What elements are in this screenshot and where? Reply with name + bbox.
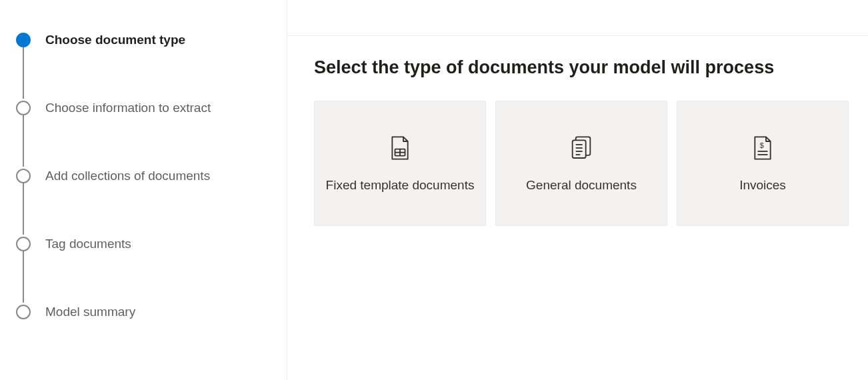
wizard-steps-sidebar: Choose document type Choose information … xyxy=(0,0,287,380)
document-type-cards: Fixed template documents General documen… xyxy=(314,101,849,226)
wizard-steps-list: Choose document type Choose information … xyxy=(16,32,271,320)
page-title: Select the type of documents your model … xyxy=(314,57,849,78)
step-label: Add collections of documents xyxy=(45,169,210,183)
step-indicator-icon xyxy=(16,101,31,115)
card-fixed-template-documents[interactable]: Fixed template documents xyxy=(314,101,486,226)
step-choose-document-type[interactable]: Choose document type xyxy=(16,32,271,48)
card-label: Fixed template documents xyxy=(326,176,475,195)
general-doc-icon xyxy=(565,132,597,164)
fixed-template-doc-icon xyxy=(384,132,416,164)
step-connector xyxy=(23,115,24,167)
step-label: Tag documents xyxy=(45,237,131,251)
card-invoices[interactable]: $ Invoices xyxy=(677,101,849,226)
svg-rect-3 xyxy=(573,140,586,158)
step-indicator-icon xyxy=(16,305,31,319)
step-connector xyxy=(23,183,24,235)
step-connector xyxy=(23,47,24,99)
step-indicator-icon xyxy=(16,237,31,251)
step-tag-documents[interactable]: Tag documents xyxy=(16,236,271,252)
main-content: Select the type of documents your model … xyxy=(287,36,868,247)
step-indicator-icon xyxy=(16,33,31,47)
card-general-documents[interactable]: General documents xyxy=(495,101,667,226)
step-choose-information-to-extract[interactable]: Choose information to extract xyxy=(16,100,271,116)
step-connector xyxy=(23,251,24,303)
svg-text:$: $ xyxy=(760,141,764,149)
step-indicator-icon xyxy=(16,169,31,183)
step-label: Choose information to extract xyxy=(45,101,211,115)
card-label: General documents xyxy=(526,176,637,195)
card-label: Invoices xyxy=(739,176,786,195)
main-topbar xyxy=(287,0,868,36)
step-label: Model summary xyxy=(45,305,135,319)
step-add-collections-of-documents[interactable]: Add collections of documents xyxy=(16,168,271,184)
step-label: Choose document type xyxy=(45,33,185,47)
invoice-doc-icon: $ xyxy=(747,132,779,164)
main-panel: Select the type of documents your model … xyxy=(287,0,868,380)
step-model-summary[interactable]: Model summary xyxy=(16,304,271,320)
